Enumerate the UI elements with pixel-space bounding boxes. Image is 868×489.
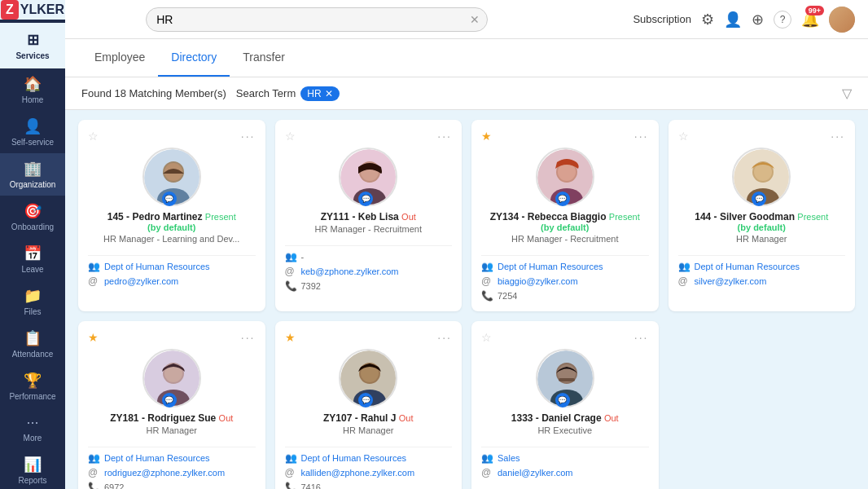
dept-text[interactable]: Dept of Human Resources	[498, 262, 603, 271]
email-icon: @	[88, 275, 99, 287]
card-menu-icon[interactable]: ···	[241, 130, 256, 143]
card-name: ZY181 - Rodriguez Sue Out	[110, 412, 233, 424]
star-icon[interactable]: ☆	[285, 130, 296, 143]
dept-icon: 👥	[678, 261, 690, 272]
tab-employee[interactable]: Employee	[81, 39, 158, 77]
email-text[interactable]: keb@zphone.zylker.com	[301, 267, 399, 276]
card-email-row: @ daniel@zylker.com	[481, 467, 649, 478]
tabs-bar: Employee Directory Transfer	[65, 39, 868, 77]
filter-bar: Found 18 Matching Member(s) Search Term …	[65, 77, 868, 110]
search-clear-icon[interactable]: ✕	[470, 13, 480, 26]
help-icon[interactable]: ?	[774, 11, 791, 29]
sidebar-attendance-label: Attendance	[12, 350, 54, 359]
add-icon[interactable]: ⊕	[752, 11, 764, 29]
filter-right: ▽	[842, 86, 852, 101]
card-code: 145 -	[107, 211, 133, 222]
card-info: 👥 Dept of Human Resources @ kalliden@zph…	[285, 452, 453, 489]
sidebar-logo[interactable]: Z YLKER	[0, 0, 65, 20]
card-fullname: Keb Lisa	[358, 211, 399, 222]
star-icon[interactable]: ★	[481, 130, 492, 143]
sidebar-item-attendance[interactable]: 📋 Attendance	[0, 323, 65, 365]
card-fullname: Pedro Martinez	[132, 211, 202, 222]
files-icon: 📁	[24, 287, 42, 305]
card-divider	[285, 447, 453, 447]
card-code: 1333 -	[511, 412, 541, 424]
card-name: 1333 - Daniel Crage Out	[511, 412, 619, 424]
search-term-chip-value[interactable]: HR ✕	[300, 86, 339, 101]
dept-icon: 👥	[285, 251, 296, 262]
email-text[interactable]: biaggio@zylker.com	[498, 276, 578, 286]
card-status: Present	[797, 212, 828, 222]
email-text[interactable]: daniel@zylker.com	[498, 468, 572, 478]
card-info: 👥 Dept of Human Resources @ silver@zylke…	[678, 261, 846, 287]
tab-directory[interactable]: Directory	[158, 39, 230, 77]
dept-text[interactable]: Dept of Human Resources	[695, 262, 800, 271]
card-avatar-row: 💬	[481, 349, 649, 408]
sidebar-reports-label: Reports	[18, 476, 46, 485]
star-icon[interactable]: ☆	[88, 130, 99, 143]
chat-badge[interactable]: 💬	[162, 393, 177, 408]
card-fullname: Daniel Crage	[541, 412, 601, 424]
search-input[interactable]	[146, 7, 488, 32]
services-icon: ⊞	[27, 31, 39, 49]
notification-badge[interactable]: 🔔 99+	[801, 11, 819, 29]
chat-badge[interactable]: 💬	[555, 192, 570, 206]
email-text[interactable]: silver@zylker.com	[695, 276, 767, 286]
card-dept-row: 👥 Dept of Human Resources	[481, 261, 649, 272]
star-icon[interactable]: ☆	[678, 130, 689, 143]
card-phone-row: 📞 7254	[481, 290, 649, 302]
card-divider	[481, 447, 649, 447]
person-icon[interactable]: 👤	[724, 11, 742, 29]
sidebar-files-label: Files	[24, 307, 41, 316]
dept-text[interactable]: Dept of Human Resources	[104, 262, 210, 271]
sidebar-item-services[interactable]: ⊞ Services	[0, 23, 65, 68]
search-term-chip: Search Term HR ✕	[236, 86, 340, 101]
email-text[interactable]: pedro@zylker.com	[104, 276, 178, 286]
svg-rect-28	[559, 378, 575, 381]
card-menu-icon[interactable]: ···	[831, 130, 845, 143]
dept-text[interactable]: Dept of Human Resources	[104, 453, 210, 463]
sidebar-item-onboarding[interactable]: 🎯 Onboarding	[0, 196, 65, 238]
card-email-row: @ rodriguez@zphone.zylker.com	[88, 467, 256, 478]
notification-count: 99+	[805, 6, 824, 15]
card-menu-icon[interactable]: ···	[437, 331, 452, 344]
card-dept-row: 👥 -	[285, 251, 453, 262]
card-code: 144 -	[695, 211, 720, 222]
sidebar-performance-label: Performance	[9, 392, 55, 401]
sidebar-item-leave[interactable]: 📅 Leave	[0, 238, 65, 280]
sidebar-item-self-service[interactable]: 👤 Self-service	[0, 111, 65, 153]
star-icon[interactable]: ☆	[481, 331, 492, 344]
email-text[interactable]: rodriguez@zphone.zylker.com	[104, 468, 225, 478]
sidebar-item-more[interactable]: ··· More	[0, 408, 65, 449]
sidebar-item-files[interactable]: 📁 Files	[0, 280, 65, 323]
card-top-actions: ☆ ···	[285, 130, 453, 143]
tab-transfer[interactable]: Transfer	[230, 39, 298, 77]
email-text[interactable]: kalliden@zphone.zylker.com	[301, 468, 415, 478]
dept-icon: 👥	[481, 452, 493, 464]
card-menu-icon[interactable]: ···	[634, 130, 649, 143]
avatar-image	[829, 7, 855, 33]
star-icon[interactable]: ★	[88, 331, 99, 344]
chat-badge[interactable]: 💬	[555, 393, 570, 408]
sidebar-item-reports[interactable]: 📊 Reports	[15, 449, 50, 489]
card-rodriguez-sue: ★ ··· 💬 ZY	[78, 321, 265, 489]
chat-badge[interactable]: 💬	[162, 192, 177, 206]
card-info: 👥 Sales @ daniel@zylker.com	[481, 452, 649, 478]
card-phone-row: 📞 7416	[285, 482, 453, 489]
settings-icon[interactable]: ⚙	[701, 11, 714, 29]
filter-funnel-icon[interactable]: ▽	[842, 86, 852, 100]
card-menu-icon[interactable]: ···	[437, 130, 452, 143]
card-menu-icon[interactable]: ···	[634, 331, 649, 344]
reports-icon: 📊	[24, 456, 42, 474]
user-avatar[interactable]	[829, 7, 855, 33]
sidebar-item-organization[interactable]: 🏢 Organization	[0, 153, 65, 196]
dept-text[interactable]: Sales	[498, 453, 520, 463]
card-menu-icon[interactable]: ···	[241, 331, 256, 344]
star-icon[interactable]: ★	[285, 331, 296, 344]
chip-close-icon[interactable]: ✕	[325, 89, 333, 99]
dept-text[interactable]: Dept of Human Resources	[301, 453, 407, 463]
sidebar-item-home[interactable]: 🏠 Home	[0, 68, 65, 111]
sidebar-organization-label: Organization	[10, 180, 56, 189]
card-fullname: Rahul J	[361, 412, 396, 424]
sidebar-item-performance[interactable]: 🏆 Performance	[0, 365, 65, 408]
